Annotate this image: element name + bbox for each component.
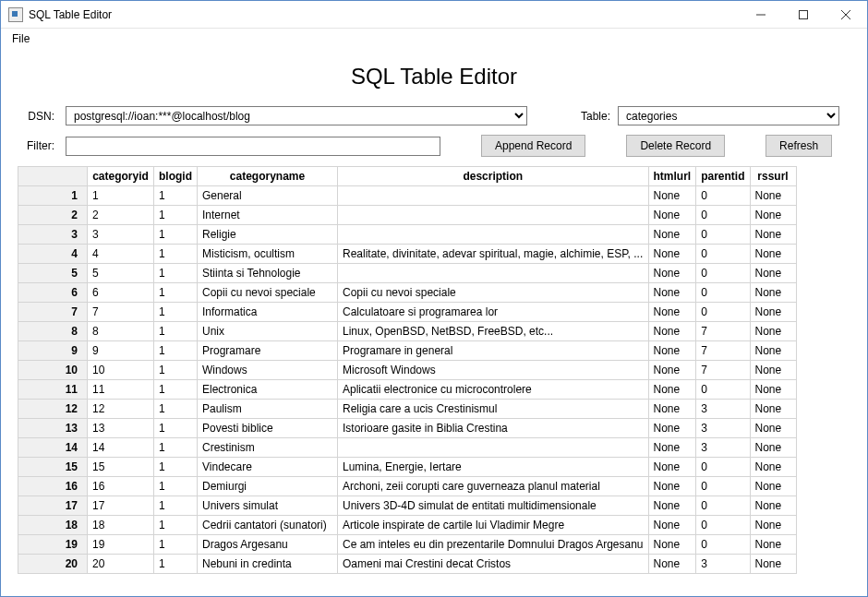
data-grid[interactable]: categoryid blogid categoryname descripti…: [18, 166, 797, 574]
row-header[interactable]: 19: [18, 535, 88, 555]
cell-htmlurl[interactable]: None: [648, 264, 696, 283]
cell-categoryname[interactable]: Dragos Argesanu: [198, 535, 338, 555]
cell-parentid[interactable]: 0: [696, 496, 750, 516]
cell-blogid[interactable]: 1: [154, 400, 198, 419]
row-header[interactable]: 15: [18, 458, 88, 477]
cell-categoryname[interactable]: Informatica: [198, 303, 338, 322]
cell-categoryid[interactable]: 8: [88, 322, 154, 341]
row-header[interactable]: 7: [18, 303, 88, 322]
cell-blogid[interactable]: 1: [154, 419, 198, 438]
cell-blogid[interactable]: 1: [154, 206, 198, 225]
cell-categoryname[interactable]: Internet: [198, 206, 338, 225]
cell-categoryid[interactable]: 15: [88, 458, 154, 477]
cell-parentid[interactable]: 3: [696, 438, 750, 458]
cell-htmlurl[interactable]: None: [648, 477, 696, 496]
table-row[interactable]: 20201Nebuni in credintaOameni mai Cresti…: [18, 555, 797, 574]
cell-htmlurl[interactable]: None: [648, 555, 696, 574]
titlebar[interactable]: SQL Table Editor: [1, 1, 867, 29]
cell-parentid[interactable]: 0: [696, 186, 750, 206]
cell-parentid[interactable]: 0: [696, 535, 750, 555]
maximize-button[interactable]: [782, 1, 825, 29]
cell-categoryid[interactable]: 19: [88, 535, 154, 555]
cell-rssurl[interactable]: None: [750, 283, 796, 303]
cell-htmlurl[interactable]: None: [648, 303, 696, 322]
cell-parentid[interactable]: 0: [696, 516, 750, 535]
cell-parentid[interactable]: 7: [696, 322, 750, 341]
table-row[interactable]: 16161DemiurgiArchoni, zeii corupti care …: [18, 477, 797, 496]
cell-description[interactable]: Univers 3D-4D simulat de entitati multid…: [338, 496, 649, 516]
col-parentid[interactable]: parentid: [696, 167, 750, 186]
cell-categoryid[interactable]: 2: [88, 206, 154, 225]
corner-cell[interactable]: [18, 167, 88, 186]
cell-categoryname[interactable]: Stiinta si Tehnologie: [198, 264, 338, 283]
cell-htmlurl[interactable]: None: [648, 206, 696, 225]
cell-categoryid[interactable]: 4: [88, 245, 154, 264]
cell-parentid[interactable]: 0: [696, 206, 750, 225]
cell-blogid[interactable]: 1: [154, 361, 198, 380]
cell-description[interactable]: [338, 438, 649, 458]
col-categoryid[interactable]: categoryid: [88, 167, 154, 186]
cell-description[interactable]: Programare in general: [338, 341, 649, 361]
table-row[interactable]: 221InternetNone0None: [18, 206, 797, 225]
cell-categoryid[interactable]: 11: [88, 380, 154, 400]
cell-rssurl[interactable]: None: [750, 245, 796, 264]
cell-description[interactable]: Lumina, Energie, Iertare: [338, 458, 649, 477]
table-row[interactable]: 14141CrestinismNone3None: [18, 438, 797, 458]
row-header[interactable]: 18: [18, 516, 88, 535]
cell-categoryid[interactable]: 1: [88, 186, 154, 206]
cell-rssurl[interactable]: None: [750, 400, 796, 419]
cell-categoryid[interactable]: 7: [88, 303, 154, 322]
cell-description[interactable]: Realitate, divinitate, adevar spiritual,…: [338, 245, 649, 264]
row-header[interactable]: 17: [18, 496, 88, 516]
cell-categoryname[interactable]: Nebuni in credinta: [198, 555, 338, 574]
cell-parentid[interactable]: 0: [696, 245, 750, 264]
cell-parentid[interactable]: 0: [696, 458, 750, 477]
row-header[interactable]: 13: [18, 419, 88, 438]
cell-categoryid[interactable]: 20: [88, 555, 154, 574]
cell-blogid[interactable]: 1: [154, 516, 198, 535]
row-header[interactable]: 11: [18, 380, 88, 400]
cell-description[interactable]: Archoni, zeii corupti care guverneaza pl…: [338, 477, 649, 496]
cell-rssurl[interactable]: None: [750, 341, 796, 361]
cell-parentid[interactable]: 0: [696, 303, 750, 322]
cell-rssurl[interactable]: None: [750, 516, 796, 535]
filter-input[interactable]: [66, 137, 440, 156]
cell-htmlurl[interactable]: None: [648, 341, 696, 361]
table-row[interactable]: 18181Cedrii cantatori (sunatori)Articole…: [18, 516, 797, 535]
cell-description[interactable]: Religia care a ucis Crestinismul: [338, 400, 649, 419]
cell-categoryid[interactable]: 16: [88, 477, 154, 496]
cell-categoryname[interactable]: Programare: [198, 341, 338, 361]
col-blogid[interactable]: blogid: [154, 167, 198, 186]
cell-categoryid[interactable]: 10: [88, 361, 154, 380]
table-row[interactable]: 15151VindecareLumina, Energie, IertareNo…: [18, 458, 797, 477]
cell-blogid[interactable]: 1: [154, 458, 198, 477]
cell-blogid[interactable]: 1: [154, 264, 198, 283]
row-header[interactable]: 4: [18, 245, 88, 264]
row-header[interactable]: 20: [18, 555, 88, 574]
cell-description[interactable]: Ce am inteles eu din prezentarile Domnul…: [338, 535, 649, 555]
cell-categoryname[interactable]: Vindecare: [198, 458, 338, 477]
table-row[interactable]: 11111ElectronicaAplicatii electronice cu…: [18, 380, 797, 400]
cell-blogid[interactable]: 1: [154, 477, 198, 496]
cell-htmlurl[interactable]: None: [648, 458, 696, 477]
cell-rssurl[interactable]: None: [750, 361, 796, 380]
cell-description[interactable]: Istorioare gasite in Biblia Crestina: [338, 419, 649, 438]
cell-categoryname[interactable]: Copii cu nevoi speciale: [198, 283, 338, 303]
cell-blogid[interactable]: 1: [154, 555, 198, 574]
cell-htmlurl[interactable]: None: [648, 245, 696, 264]
row-header[interactable]: 10: [18, 361, 88, 380]
cell-description[interactable]: Calculatoare si programarea lor: [338, 303, 649, 322]
cell-htmlurl[interactable]: None: [648, 322, 696, 341]
cell-rssurl[interactable]: None: [750, 458, 796, 477]
cell-categoryid[interactable]: 13: [88, 419, 154, 438]
cell-categoryname[interactable]: Demiurgi: [198, 477, 338, 496]
cell-categoryname[interactable]: Crestinism: [198, 438, 338, 458]
row-header[interactable]: 12: [18, 400, 88, 419]
cell-categoryname[interactable]: Cedrii cantatori (sunatori): [198, 516, 338, 535]
cell-categoryid[interactable]: 6: [88, 283, 154, 303]
table-row[interactable]: 991ProgramareProgramare in generalNone7N…: [18, 341, 797, 361]
refresh-button[interactable]: Refresh: [766, 135, 832, 157]
cell-parentid[interactable]: 7: [696, 361, 750, 380]
cell-parentid[interactable]: 7: [696, 341, 750, 361]
row-header[interactable]: 8: [18, 322, 88, 341]
